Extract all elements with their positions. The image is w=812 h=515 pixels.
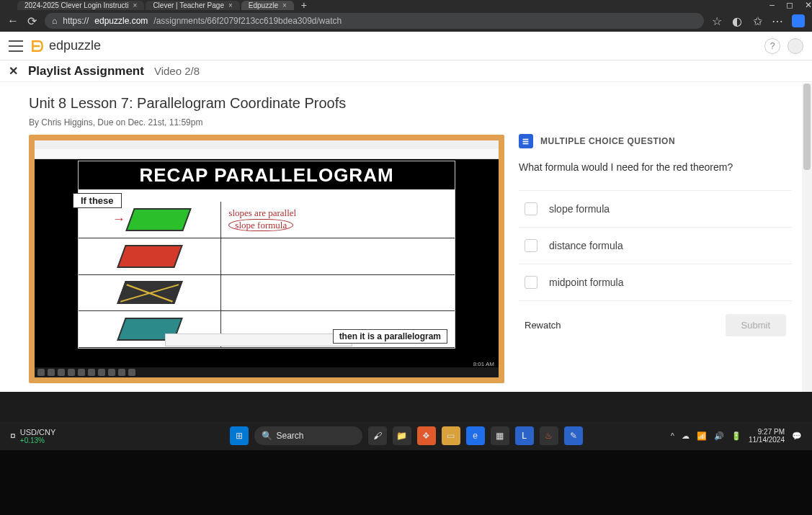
tab-close-icon[interactable]: × [228,1,233,9]
taskbar-app-icon[interactable]: ❖ [417,426,436,445]
question-type-icon: ☰ [519,134,533,148]
annotation-toolbar [165,333,352,346]
if-these-label: If these [73,193,122,208]
question-type-label: MULTIPLE CHOICE QUESTION [540,136,675,146]
tray-battery-icon[interactable]: 🔋 [731,431,741,441]
checkbox-icon[interactable] [525,202,537,215]
taskbar-app-icon[interactable]: ✎ [564,426,583,445]
question-text: What formula would I need for the red th… [519,161,792,173]
taskbar-app-icon[interactable]: e [466,426,485,445]
answer-option[interactable]: midpoint formula [519,264,792,301]
tray-wifi-icon[interactable]: 📶 [697,431,707,441]
inner-taskbar [35,367,499,377]
help-icon[interactable]: ? [764,38,780,54]
taskbar-app-icon[interactable]: 📁 [393,426,411,445]
window-minimize-icon[interactable]: – [769,0,775,10]
search-icon: 🔍 [262,431,272,441]
video-column: Unit 8 Lesson 7: Parallelogram Coordinat… [29,95,504,383]
currency-change: +0.13% [20,436,56,444]
playlist-label: Playlist Assignment [28,64,144,79]
url-field[interactable]: ⌂ https://edpuzzle.com/assignments/66f20… [45,13,704,29]
lesson-byline: By Chris Higgins, Due on Dec. 21st, 11:5… [29,117,504,127]
url-prefix: https:// [63,16,89,26]
rewatch-button[interactable]: Rewatch [525,320,561,331]
answer-option[interactable]: slope formula [519,191,792,228]
start-icon[interactable]: ⊞ [230,426,249,445]
tray-volume-icon[interactable]: 🔊 [714,431,724,441]
answer-option[interactable]: distance formula [519,228,792,264]
brand-text: edpuzzle [49,38,101,53]
video-player[interactable]: RECAP PARALLELOGRAM If these → slopes ar… [29,135,504,383]
taskbar-clock[interactable]: 9:27 PM 11/14/2024 [749,428,785,444]
taskbar-app-icon[interactable]: ▭ [442,426,460,445]
answer-label: midpoint formula [549,277,624,288]
edpuzzle-page: edpuzzle ? ✕ Playlist Assignment Video 2… [0,32,812,392]
checkbox-icon[interactable] [525,239,537,252]
page-scrollbar[interactable] [802,84,812,392]
bookmark-icon[interactable]: ✩ [751,15,763,27]
browser-tab[interactable]: Clever | Teacher Page × [146,1,239,10]
submit-button[interactable]: Submit [726,314,786,336]
taskbar-widget[interactable]: ¤ USD/CNY +0.13% [10,428,55,444]
user-avatar[interactable] [788,38,803,54]
windows-taskbar: ¤ USD/CNY +0.13% ⊞ 🔍 Search 🖌 📁 ❖ ▭ e ▦ … [0,421,812,450]
lesson-title: Unit 8 Lesson 7: Parallelogram Coordinat… [29,95,504,112]
checkbox-icon[interactable] [525,276,537,289]
window-maximize-icon[interactable]: ◻ [786,0,793,10]
nav-reload-icon[interactable]: ⟳ [26,15,37,27]
tab-title: 2024-2025 Clever Login Instructi [24,1,129,9]
window-controls: – ◻ ✕ [769,0,812,10]
answer-list: slope formula distance formula midpoint … [519,190,792,301]
tab-close-icon[interactable]: × [282,1,287,9]
browser-tab[interactable]: 2024-2025 Clever Login Instructi × [17,1,144,10]
tab-title: Edpuzzle [249,1,278,9]
question-panel: ☰ MULTIPLE CHOICE QUESTION What formula … [519,95,792,383]
browser-tab-active[interactable]: Edpuzzle × [241,1,294,10]
nav-back-icon[interactable]: ← [7,15,19,27]
parallelogram-green-icon [125,208,192,231]
then-label: then it is a parallelogram [333,329,447,344]
tray-cloud-icon[interactable]: ☁ [682,431,690,441]
more-icon[interactable]: ⋯ [772,15,783,27]
tab-close-icon[interactable]: × [133,1,138,9]
lock-icon: ⌂ [52,16,57,26]
search-placeholder: Search [277,431,304,441]
slide-title: RECAP PARALLELOGRAM [79,161,455,189]
url-host: edpuzzle.com [94,16,148,26]
scrollbar-thumb[interactable] [803,84,811,170]
tray-notifications-icon[interactable]: 💬 [792,431,802,441]
url-path: /assignments/66f2079f213cc619bdea309d/wa… [153,16,342,26]
new-tab-button[interactable]: + [295,0,313,11]
answer-label: slope formula [549,203,610,215]
close-assignment-icon[interactable]: ✕ [9,64,18,78]
window-close-icon[interactable]: ✕ [805,0,812,10]
taskbar-app-icon[interactable]: L [515,426,534,445]
tab-title: Clever | Teacher Page [153,1,224,9]
browser-address-bar: ← ⟳ ⌂ https://edpuzzle.com/assignments/6… [0,10,812,32]
currency-pair: USD/CNY [20,428,56,436]
answer-label: distance formula [549,240,623,251]
currency-icon: ¤ [10,430,16,442]
parallelogram-red-icon [117,245,183,268]
taskbar-app-icon[interactable]: ♨ [540,426,558,445]
edpuzzle-logo[interactable]: edpuzzle [30,38,101,53]
extensions-icon[interactable]: ◐ [731,15,743,27]
star-icon[interactable]: ☆ [711,15,723,27]
taskbar-app-icon[interactable]: ▦ [491,426,509,445]
slide-content: RECAP PARALLELOGRAM If these → slopes ar… [78,161,455,349]
taskbar-search[interactable]: 🔍 Search [254,426,362,445]
edpuzzle-header: edpuzzle ? [0,32,812,61]
extension-badge-icon[interactable] [792,14,805,27]
video-counter: Video 2/8 [154,65,200,77]
assignment-subheader: ✕ Playlist Assignment Video 2/8 [0,61,812,82]
arrow-icon: → [112,212,125,227]
tray-chevron-icon[interactable]: ^ [671,431,674,440]
handwriting-note: slopes are parallelslope formula [228,207,296,231]
taskbar-app-icon[interactable]: 🖌 [368,426,387,445]
menu-icon[interactable] [9,40,23,52]
browser-tabstrip: 2024-2025 Clever Login Instructi × Cleve… [0,0,812,10]
parallelogram-diagonals-icon [117,281,183,304]
